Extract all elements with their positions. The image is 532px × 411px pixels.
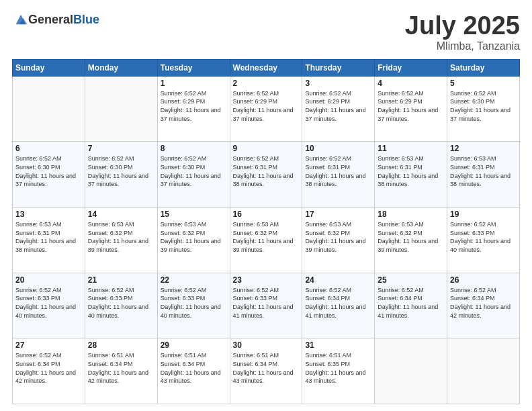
calendar-cell: 5Sunrise: 6:52 AMSunset: 6:30 PMDaylight… — [447, 76, 520, 142]
week-row-1: 1Sunrise: 6:52 AMSunset: 6:29 PMDaylight… — [13, 76, 520, 142]
sunrise-text: Sunrise: 6:51 AM — [305, 351, 371, 360]
daylight-text: Daylight: 11 hours and 38 minutes. — [378, 172, 444, 189]
day-info: Sunrise: 6:52 AMSunset: 6:29 PMDaylight:… — [161, 89, 227, 123]
sunset-text: Sunset: 6:31 PM — [15, 229, 82, 238]
day-number: 17 — [305, 210, 371, 219]
sunset-text: Sunset: 6:33 PM — [233, 294, 300, 303]
day-info: Sunrise: 6:52 AMSunset: 6:34 PMDaylight:… — [378, 286, 444, 320]
day-info: Sunrise: 6:52 AMSunset: 6:30 PMDaylight:… — [15, 154, 82, 188]
col-saturday: Saturday — [447, 59, 520, 76]
week-row-4: 20Sunrise: 6:52 AMSunset: 6:33 PMDayligh… — [13, 273, 520, 338]
day-info: Sunrise: 6:53 AMSunset: 6:32 PMDaylight:… — [305, 220, 371, 254]
calendar-cell: 11Sunrise: 6:53 AMSunset: 6:31 PMDayligh… — [375, 142, 447, 208]
page: GeneralBlue July 2025 Mlimba, Tanzania S… — [0, 0, 532, 411]
sunset-text: Sunset: 6:32 PM — [305, 229, 371, 238]
daylight-text: Daylight: 11 hours and 39 minutes. — [305, 237, 371, 254]
sunset-text: Sunset: 6:30 PM — [88, 163, 154, 172]
day-number: 31 — [305, 340, 371, 350]
sunrise-text: Sunrise: 6:51 AM — [233, 351, 300, 360]
sunrise-text: Sunrise: 6:52 AM — [450, 89, 517, 98]
calendar-cell: 26Sunrise: 6:52 AMSunset: 6:34 PMDayligh… — [447, 273, 520, 338]
day-info: Sunrise: 6:52 AMSunset: 6:31 PMDaylight:… — [233, 154, 300, 188]
day-info: Sunrise: 6:52 AMSunset: 6:34 PMDaylight:… — [305, 286, 371, 320]
day-number: 15 — [161, 210, 227, 219]
day-number: 5 — [450, 79, 517, 88]
sunrise-text: Sunrise: 6:52 AM — [450, 220, 517, 229]
sunset-text: Sunset: 6:35 PM — [305, 360, 371, 369]
sunrise-text: Sunrise: 6:52 AM — [88, 154, 154, 163]
daylight-text: Daylight: 11 hours and 37 minutes. — [450, 106, 517, 123]
day-number: 2 — [233, 79, 300, 88]
day-number: 11 — [378, 144, 444, 153]
sunrise-text: Sunrise: 6:52 AM — [305, 89, 371, 98]
daylight-text: Daylight: 11 hours and 39 minutes. — [88, 237, 154, 254]
calendar-cell: 18Sunrise: 6:53 AMSunset: 6:32 PMDayligh… — [375, 208, 447, 273]
calendar-cell: 29Sunrise: 6:51 AMSunset: 6:34 PMDayligh… — [157, 338, 230, 404]
daylight-text: Daylight: 11 hours and 38 minutes. — [233, 172, 300, 189]
daylight-text: Daylight: 11 hours and 40 minutes. — [15, 303, 82, 320]
day-info: Sunrise: 6:53 AMSunset: 6:32 PMDaylight:… — [233, 220, 300, 254]
day-number: 14 — [88, 210, 154, 219]
calendar-cell: 10Sunrise: 6:52 AMSunset: 6:31 PMDayligh… — [302, 142, 375, 208]
daylight-text: Daylight: 11 hours and 40 minutes. — [161, 303, 227, 320]
sunset-text: Sunset: 6:31 PM — [450, 163, 517, 172]
day-info: Sunrise: 6:52 AMSunset: 6:33 PMDaylight:… — [450, 220, 517, 254]
sunrise-text: Sunrise: 6:51 AM — [88, 351, 154, 360]
daylight-text: Daylight: 11 hours and 40 minutes. — [88, 303, 154, 320]
col-friday: Friday — [375, 59, 447, 76]
calendar-cell: 4Sunrise: 6:52 AMSunset: 6:29 PMDaylight… — [375, 76, 447, 142]
day-info: Sunrise: 6:52 AMSunset: 6:29 PMDaylight:… — [305, 89, 371, 123]
sunrise-text: Sunrise: 6:52 AM — [305, 154, 371, 163]
day-number: 26 — [450, 275, 517, 285]
day-info: Sunrise: 6:52 AMSunset: 6:30 PMDaylight:… — [450, 89, 517, 123]
daylight-text: Daylight: 11 hours and 38 minutes. — [450, 172, 517, 189]
calendar-cell — [375, 338, 447, 404]
sunrise-text: Sunrise: 6:53 AM — [305, 220, 371, 229]
daylight-text: Daylight: 11 hours and 37 minutes. — [161, 106, 227, 123]
calendar-header-row: Sunday Monday Tuesday Wednesday Thursday… — [13, 59, 520, 76]
day-info: Sunrise: 6:52 AMSunset: 6:33 PMDaylight:… — [88, 286, 154, 320]
day-info: Sunrise: 6:52 AMSunset: 6:34 PMDaylight:… — [450, 286, 517, 320]
sunset-text: Sunset: 6:32 PM — [378, 229, 444, 238]
daylight-text: Daylight: 11 hours and 37 minutes. — [88, 172, 154, 189]
calendar-cell: 27Sunrise: 6:52 AMSunset: 6:34 PMDayligh… — [13, 338, 85, 404]
sunrise-text: Sunrise: 6:52 AM — [15, 286, 82, 295]
logo-general: General — [28, 13, 73, 27]
calendar-cell: 28Sunrise: 6:51 AMSunset: 6:34 PMDayligh… — [85, 338, 157, 404]
calendar: Sunday Monday Tuesday Wednesday Thursday… — [12, 59, 520, 404]
daylight-text: Daylight: 11 hours and 38 minutes. — [305, 172, 371, 189]
calendar-cell: 3Sunrise: 6:52 AMSunset: 6:29 PMDaylight… — [302, 76, 375, 142]
daylight-text: Daylight: 11 hours and 43 minutes. — [161, 369, 227, 385]
sunrise-text: Sunrise: 6:52 AM — [233, 286, 300, 295]
calendar-cell: 12Sunrise: 6:53 AMSunset: 6:31 PMDayligh… — [447, 142, 520, 208]
sunset-text: Sunset: 6:30 PM — [161, 163, 227, 172]
sunrise-text: Sunrise: 6:52 AM — [161, 89, 227, 98]
location-title: Mlimba, Tanzania — [405, 40, 520, 52]
calendar-cell: 17Sunrise: 6:53 AMSunset: 6:32 PMDayligh… — [302, 208, 375, 273]
logo-icon — [13, 12, 28, 27]
sunrise-text: Sunrise: 6:52 AM — [233, 154, 300, 163]
sunset-text: Sunset: 6:30 PM — [15, 163, 82, 172]
calendar-cell: 19Sunrise: 6:52 AMSunset: 6:33 PMDayligh… — [447, 208, 520, 273]
calendar-cell: 9Sunrise: 6:52 AMSunset: 6:31 PMDaylight… — [230, 142, 302, 208]
calendar-cell: 7Sunrise: 6:52 AMSunset: 6:30 PMDaylight… — [85, 142, 157, 208]
sunset-text: Sunset: 6:29 PM — [161, 97, 227, 106]
sunset-text: Sunset: 6:31 PM — [305, 163, 371, 172]
day-info: Sunrise: 6:53 AMSunset: 6:31 PMDaylight:… — [450, 154, 517, 188]
calendar-cell — [13, 76, 85, 142]
day-info: Sunrise: 6:52 AMSunset: 6:29 PMDaylight:… — [378, 89, 444, 123]
day-number: 1 — [161, 79, 227, 88]
sunrise-text: Sunrise: 6:52 AM — [305, 286, 371, 295]
logo: GeneralBlue — [12, 12, 99, 27]
day-number: 10 — [305, 144, 371, 153]
day-info: Sunrise: 6:52 AMSunset: 6:29 PMDaylight:… — [233, 89, 300, 123]
sunrise-text: Sunrise: 6:52 AM — [378, 286, 444, 295]
day-info: Sunrise: 6:52 AMSunset: 6:33 PMDaylight:… — [233, 286, 300, 320]
day-info: Sunrise: 6:52 AMSunset: 6:33 PMDaylight:… — [15, 286, 82, 320]
day-info: Sunrise: 6:52 AMSunset: 6:33 PMDaylight:… — [161, 286, 227, 320]
day-number: 12 — [450, 144, 517, 153]
week-row-5: 27Sunrise: 6:52 AMSunset: 6:34 PMDayligh… — [13, 338, 520, 404]
sunset-text: Sunset: 6:34 PM — [450, 294, 517, 303]
daylight-text: Daylight: 11 hours and 41 minutes. — [378, 303, 444, 320]
sunrise-text: Sunrise: 6:53 AM — [233, 220, 300, 229]
